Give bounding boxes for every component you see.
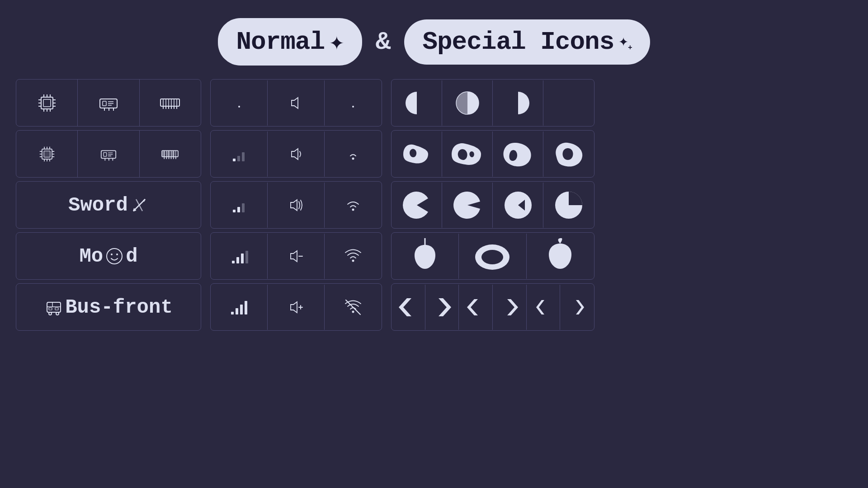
half-circle-half-icon [452, 87, 483, 119]
ram-icon-cell [140, 80, 201, 126]
signal-1-cell [211, 131, 268, 177]
right-row-4 [391, 232, 594, 280]
svg-rect-88 [49, 308, 52, 310]
volume-minus-icon [286, 246, 306, 266]
mid-row-1 [210, 79, 382, 127]
mid-row-3 [210, 181, 382, 229]
shape-1-2 [442, 80, 493, 126]
wifi-2-icon [343, 195, 363, 215]
volume-2-cell [268, 183, 325, 228]
wifi-1-icon [343, 144, 363, 164]
teardrop-1-icon [409, 238, 441, 274]
wifi-off-cell [325, 285, 382, 330]
shape-3-2 [442, 183, 493, 228]
left-row-4: Mo d [16, 232, 201, 280]
wifi-3-cell [325, 234, 382, 279]
gpu-icon [96, 91, 121, 115]
svg-rect-92 [233, 159, 236, 161]
svg-rect-101 [236, 257, 239, 263]
svg-rect-96 [233, 210, 236, 212]
svg-rect-51 [104, 152, 107, 156]
svg-rect-89 [55, 308, 58, 310]
signal-3-cell [211, 234, 268, 279]
mid-grid-5 [211, 285, 382, 330]
svg-rect-1 [43, 99, 51, 107]
shape-1-4 [543, 80, 594, 126]
mid-row-5 [210, 283, 382, 331]
mid-column [210, 79, 382, 331]
svg-rect-15 [103, 101, 106, 106]
special-sparkle: ✦+ [618, 31, 632, 52]
shape-1-1 [392, 80, 442, 126]
svg-rect-71 [163, 151, 165, 156]
svg-point-95 [352, 157, 354, 160]
blob-1-icon [399, 138, 435, 170]
shape-4-1 [392, 234, 459, 279]
cpu-icon [35, 91, 59, 115]
right-row-1 [391, 79, 594, 127]
mid-grid-1 [211, 80, 382, 126]
smiley-icon [105, 247, 124, 266]
chevron-left-med-icon [464, 294, 487, 321]
shape-2-3 [493, 131, 543, 177]
signal-0-icon [231, 95, 247, 111]
bus-label-cell: Bus-front [16, 285, 201, 330]
sword-label-cell: sword Sword [16, 183, 201, 228]
volume-2-icon [286, 195, 306, 215]
shape-2-1 [392, 131, 442, 177]
svg-point-87 [56, 312, 59, 315]
svg-rect-98 [242, 203, 245, 212]
d-shape-icon [502, 87, 534, 119]
shape-5-6 [560, 285, 594, 330]
right-grid-5 [392, 285, 594, 330]
right-column [391, 79, 594, 331]
svg-point-118 [481, 250, 503, 264]
signal-0-cell [211, 80, 268, 126]
svg-point-86 [49, 312, 52, 315]
shape-5-2 [425, 285, 459, 330]
pac-4-icon [551, 187, 587, 223]
chevron-left-thin-icon [532, 294, 554, 321]
blob-2-icon [449, 138, 486, 170]
svg-rect-103 [245, 251, 248, 263]
volume-0-cell [268, 80, 325, 126]
shape-5-3 [459, 285, 493, 330]
signal-2-icon [229, 195, 249, 215]
special-badge: Special Icons ✦+ [404, 19, 650, 65]
wifi-0-cell [325, 80, 382, 126]
left-row-3: sword Sword [16, 181, 201, 229]
gpu-icon-cell [78, 80, 139, 126]
special-label: Special Icons [422, 28, 614, 56]
signal-full-icon [229, 297, 249, 317]
volume-1-cell [268, 131, 325, 177]
mid-row-2 [210, 130, 382, 178]
left-row-5: Bus-front [16, 283, 201, 331]
crescent-icon [553, 87, 585, 119]
half-circle-left-icon [401, 87, 433, 119]
volume-plus-cell [268, 285, 325, 330]
bus-icon [44, 298, 63, 317]
svg-point-82 [116, 253, 118, 255]
svg-rect-102 [241, 253, 244, 263]
svg-point-99 [352, 208, 354, 211]
shape-3-4 [543, 183, 594, 228]
gpu-icon2 [98, 144, 119, 164]
svg-rect-109 [245, 301, 247, 314]
signal-1-icon [229, 144, 249, 164]
shape-4-3 [527, 234, 594, 279]
normal-sparkle: ✦ [329, 26, 344, 57]
pac-2-icon [449, 187, 486, 223]
svg-rect-73 [172, 151, 175, 156]
left-column: sword Sword Mo [16, 79, 201, 331]
shape-3-1 [392, 183, 442, 228]
normal-badge: Normal ✦ [218, 18, 362, 66]
volume-1-icon [286, 144, 306, 164]
right-row-5 [391, 283, 594, 331]
svg-point-91 [352, 106, 354, 108]
svg-point-90 [238, 106, 240, 108]
svg-rect-100 [232, 261, 235, 263]
volume-plus-icon [286, 297, 306, 317]
ram-icon [158, 91, 182, 115]
wifi-1-cell [325, 131, 382, 177]
chevron-right-thin-icon [566, 294, 589, 321]
